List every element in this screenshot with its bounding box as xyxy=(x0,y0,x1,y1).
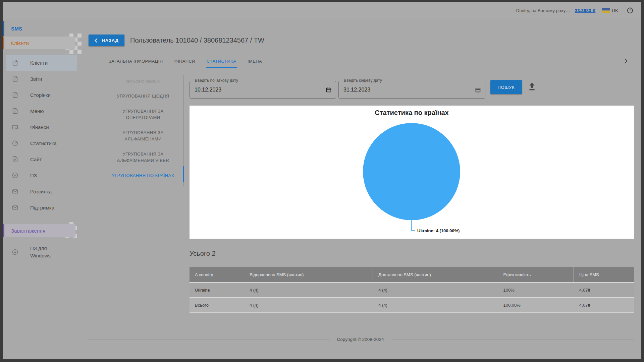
table-cell: 4.07₴ xyxy=(574,298,634,313)
document-icon xyxy=(11,107,19,115)
sidebar-item-label: Розсилка xyxy=(30,189,52,194)
wallet-icon xyxy=(11,123,19,131)
section-accent-bar xyxy=(3,37,4,49)
date-from-value[interactable]: 10.12.2023 xyxy=(195,81,221,98)
export-button[interactable] xyxy=(527,82,537,93)
tabs-scroll-right[interactable] xyxy=(623,58,629,64)
upload-icon xyxy=(528,82,536,92)
submenu-active-indicator xyxy=(183,166,184,182)
countries-stats-table: A countryВідправлено SMS (частин)Доставл… xyxy=(190,267,634,313)
pie-icon xyxy=(11,139,19,147)
tab-names[interactable]: ІМЕНА xyxy=(247,55,263,68)
document-icon xyxy=(11,156,19,163)
sidebar-item-finance[interactable]: Фінанси xyxy=(6,119,77,135)
chevron-left-icon xyxy=(94,38,98,43)
table-cell: 4 (4) xyxy=(373,283,498,298)
statistics-submenu: ВСЬОГО SMS 8 УГРУПОВАННЯ ЩОДНЯУГРУПОВАНН… xyxy=(103,75,184,186)
submenu-item-by-countries[interactable]: УГРУПОВАННЯ ПО КРАЇНАХ xyxy=(110,172,177,179)
chart-title: Статистика по країнах xyxy=(190,106,634,117)
sidebar-item-software-windows[interactable]: ПЗ для Windows xyxy=(3,241,86,263)
sidebar-item-label: Сайт xyxy=(30,157,42,162)
pie-callout-label: Ukraine: 4 (100.00%) xyxy=(417,228,460,233)
language-label: UK xyxy=(612,8,618,13)
calendar-icon[interactable] xyxy=(326,87,332,93)
sidebar-item-pages[interactable]: Сторінки xyxy=(6,87,77,103)
app-window: Dmitry, на Вашому раху… 33,3883 ₴ UK SMS… xyxy=(3,2,641,359)
sidebar-section-clients[interactable]: Клієнти xyxy=(3,37,75,49)
sidebar-item-reports[interactable]: Звіти xyxy=(6,71,77,87)
back-button-label: НАЗАД xyxy=(102,38,118,43)
tab-statistics[interactable]: СТАТИСТИКА xyxy=(206,55,237,68)
sidebar-item-mailing[interactable]: Розсилка xyxy=(6,183,77,199)
date-to-value[interactable]: 31.12.2023 xyxy=(343,81,370,98)
sidebar-item-clients[interactable]: Клієнти xyxy=(6,55,77,71)
column-header: A country xyxy=(190,267,244,283)
sidebar-item-label: Фінанси xyxy=(30,124,49,130)
tab-finance[interactable]: ФІНАНСИ xyxy=(174,55,196,68)
table-cell: 4 (4) xyxy=(373,298,498,313)
submenu-item-by-operators[interactable]: УГРУПОВАННЯ ЗА ОПЕРАТОРАМИ xyxy=(110,108,177,121)
back-button[interactable]: НАЗАД xyxy=(89,35,124,46)
pie-slice-ukraine[interactable] xyxy=(363,123,460,220)
table-cell: 100% xyxy=(498,283,574,298)
footer-divider xyxy=(391,339,634,340)
brand-label: SMS xyxy=(3,26,22,32)
countries-chart-panel: Статистика по країнах Ukraine: 4 (100.00… xyxy=(190,106,634,239)
table-cell: Ukraine xyxy=(190,283,244,298)
sidebar-item-label: Звіти xyxy=(30,76,42,82)
date-from-field[interactable]: Введіть початкову дату 10.12.2023 xyxy=(190,81,336,99)
copyright-text: Copyright © 2008-2024 xyxy=(337,337,384,342)
main-content: НАЗАД Пользователь 101040 / 380681234567… xyxy=(86,19,641,359)
column-header: Ефективність xyxy=(498,267,574,283)
logout-button[interactable] xyxy=(626,6,634,15)
sidebar-item-stats[interactable]: Статистика xyxy=(6,135,77,151)
sidebar-item-label: Сторінки xyxy=(30,92,51,98)
section-label: Завантаження xyxy=(3,228,45,234)
sidebar-item-label: Клієнти xyxy=(30,60,48,66)
footer: Copyright © 2008-2024 xyxy=(87,337,634,342)
sidebar-menu: КлієнтиЗвітиСторінкиМенюФінансиСтатистик… xyxy=(3,55,86,216)
date-to-field[interactable]: Введіть кінцеву дату 31.12.2023 xyxy=(338,81,485,99)
document-icon xyxy=(11,91,19,99)
search-button[interactable]: ПОШУК xyxy=(490,80,522,94)
table-cell: 4.07₴ xyxy=(574,283,634,298)
column-header: Ціна SMS xyxy=(574,267,634,283)
submenu-item-by-alphanames[interactable]: УГРУПОВАННЯ ЗА АЛЬФАІМЕНАМИ xyxy=(110,129,177,142)
table-cell: 100.00% xyxy=(498,298,574,313)
column-header: Відправлено SMS (частин) xyxy=(244,267,373,283)
table-header-row: A countryВідправлено SMS (частин)Доставл… xyxy=(190,267,634,283)
submenu-item-by-alpha-viber[interactable]: УГРУПОВАННЯ ЗА АЛЬФАІМЕНАМИ VIBER xyxy=(110,151,177,164)
sidebar-section-downloads[interactable]: Завантаження xyxy=(3,224,75,237)
tab-general[interactable]: ЗАГАЛЬНА ІНФОРМАЦІЯ xyxy=(108,55,164,68)
sidebar-item-menu[interactable]: Меню xyxy=(6,103,77,119)
page-title: Пользователь 101040 / 380681234567 / TW xyxy=(130,34,264,47)
mail-icon xyxy=(11,188,19,195)
topbar: Dmitry, на Вашому раху… 33,3883 ₴ UK xyxy=(3,2,641,19)
table-cell: 4 (4) xyxy=(244,298,373,313)
brand-accent-bar xyxy=(3,21,4,36)
sidebar-item-support[interactable]: Підтримка xyxy=(6,199,77,216)
sidebar-item-software[interactable]: ПЗ xyxy=(6,167,77,183)
ukraine-flag-icon xyxy=(602,8,610,13)
table-cell: Всього xyxy=(190,298,244,313)
sms-total-label: ВСЬОГО SMS 8 xyxy=(126,79,160,84)
user-balance-text: Dmitry, на Вашому раху… xyxy=(516,8,570,13)
section-label: Клієнти xyxy=(3,40,29,46)
language-selector[interactable]: UK xyxy=(602,8,618,13)
calendar-icon[interactable] xyxy=(475,87,481,93)
sidebar-item-label: ПЗ для Windows xyxy=(30,245,61,259)
table-cell: 4 (4) xyxy=(244,283,373,298)
section-accent-bar xyxy=(3,224,4,237)
column-header: Доставлено SMS (частин) xyxy=(373,267,498,283)
sidebar-item-site[interactable]: Сайт xyxy=(6,151,77,167)
document-icon xyxy=(11,59,19,66)
sidebar-item-label: Підтримка xyxy=(30,205,54,210)
table-row: Всього4 (4)4 (4)100.00%4.07₴ xyxy=(190,298,634,313)
submenu-item-daily[interactable]: УГРУПОВАННЯ ЩОДНЯ xyxy=(110,93,177,99)
balance-link[interactable]: 33,3883 ₴ xyxy=(575,8,596,13)
sidebar: SMS Клієнти КлієнтиЗвітиСторінкиМенюФіна… xyxy=(3,19,86,359)
pie-callout-line xyxy=(411,230,415,231)
footer-divider xyxy=(87,339,330,340)
mail-icon xyxy=(11,204,19,211)
brand-sms[interactable]: SMS xyxy=(3,21,86,36)
